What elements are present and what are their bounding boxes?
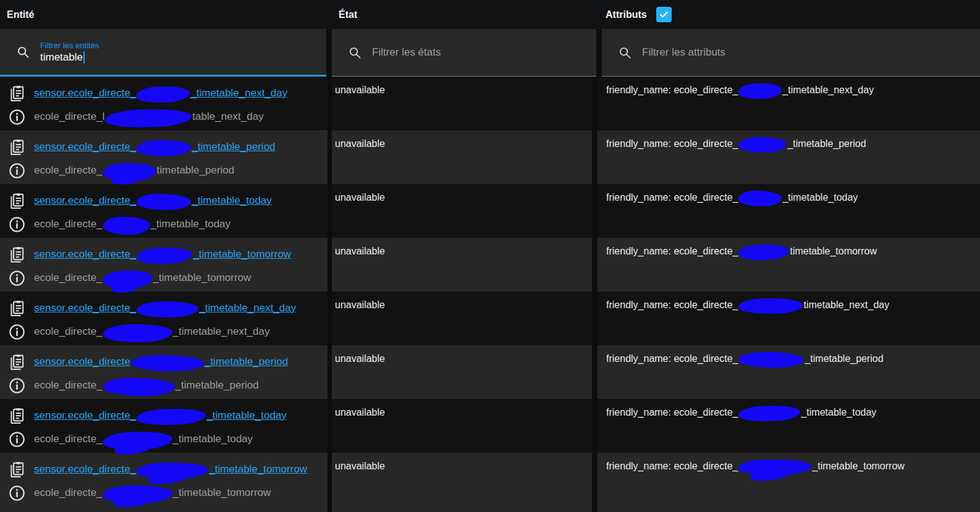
entity-cell: sensor.ecole_directe__timetable_period e… — [0, 130, 327, 184]
redaction-mark — [103, 216, 150, 235]
attribute-text: friendly_name: ecole_directe__timetable_… — [606, 353, 884, 364]
column-gap — [327, 130, 332, 184]
entity-link[interactable]: sensor.ecole_directe__timetable_today — [34, 195, 272, 207]
column-gap — [592, 292, 598, 345]
column-gap — [327, 399, 332, 453]
clipboard-copy-icon — [8, 138, 26, 156]
entity-info-button[interactable] — [8, 108, 26, 126]
copy-entity-id-button[interactable] — [8, 85, 26, 103]
attributes-cell: friendly_name: ecole_directe_timetable_n… — [598, 292, 980, 345]
copy-entity-id-button[interactable] — [8, 353, 26, 371]
redaction-mark — [103, 270, 153, 289]
redaction-mark — [738, 83, 782, 99]
redaction-mark — [137, 140, 191, 156]
copy-entity-id-button[interactable] — [8, 407, 26, 425]
attribute-text: friendly_name: ecole_directe__timetable_… — [606, 192, 858, 203]
redaction-mark — [103, 430, 172, 450]
filter-bar: Filtrer les entités timetable Filtrer le… — [0, 29, 980, 77]
attributes-cell: friendly_name: ecole_directe__timetable_… — [598, 345, 980, 399]
entity-link[interactable]: sensor.ecole_directe__timetable_next_day — [34, 302, 296, 314]
attribute-text: friendly_name: ecole_directe__timetable_… — [606, 85, 874, 95]
entity-link[interactable]: sensor.ecole_directe__timetable_next_day — [34, 87, 287, 99]
attribute-text: friendly_name: ecole_directe_timetable_n… — [606, 300, 889, 310]
redaction-mark — [738, 460, 811, 475]
clipboard-copy-icon — [8, 85, 26, 103]
copy-entity-id-button[interactable] — [8, 192, 26, 210]
copy-entity-id-button[interactable] — [8, 138, 26, 156]
state-cell: unavailable — [332, 453, 592, 512]
copy-entity-id-button[interactable] — [8, 461, 26, 479]
redaction-mark — [137, 408, 206, 426]
table-row: sensor.ecole_directe__timetable_next_day… — [0, 77, 980, 130]
column-gap — [592, 184, 598, 238]
state-cell: unavailable — [332, 184, 592, 238]
redaction-mark — [137, 193, 192, 211]
text-caret — [83, 51, 85, 64]
entity-link[interactable]: sensor.ecole_directe_timetable_period — [34, 356, 288, 368]
column-gap — [592, 453, 598, 512]
clipboard-copy-icon — [8, 461, 26, 479]
search-icon — [16, 45, 30, 59]
redaction-mark — [738, 405, 801, 422]
entity-link[interactable]: sensor.ecole_directe__timetable_tomorrow — [34, 248, 291, 261]
entity-cell: sensor.ecole_directe_timetable_period ec… — [0, 345, 327, 399]
search-icon — [348, 46, 362, 60]
entity-info-button[interactable] — [8, 323, 26, 341]
state-value: unavailable — [335, 353, 385, 364]
entity-id-text: ecole_directe__timetable_period — [34, 379, 259, 392]
attributes-filter-input[interactable]: Filtrer les attributs — [602, 29, 980, 77]
entity-link[interactable]: sensor.ecole_directe__timetable_period — [34, 141, 276, 153]
entity-id-text: ecole_directe_ltable_next_day — [34, 111, 264, 123]
state-value: unavailable — [335, 300, 385, 310]
column-gap — [592, 238, 598, 292]
state-value: unavailable — [335, 138, 385, 149]
column-title-state: État — [339, 9, 357, 20]
state-cell: unavailable — [332, 130, 592, 184]
entity-id-text: ecole_directe__timetable_tomorrow — [34, 487, 271, 499]
table-row: sensor.ecole_directe_timetable_period ec… — [0, 345, 980, 399]
entity-info-button[interactable] — [8, 430, 26, 448]
entity-filter-input[interactable]: Filtrer les entités timetable — [0, 29, 326, 77]
table-row: sensor.ecole_directe__timetable_today ec… — [0, 184, 980, 238]
entity-id-text: ecole_directe__timetable_tomorrow — [34, 272, 251, 284]
redaction-mark — [137, 86, 190, 103]
state-filter-placeholder: Filtrer les états — [372, 46, 441, 59]
search-icon — [618, 46, 632, 60]
entity-cell: sensor.ecole_directe__timetable_next_day… — [0, 77, 327, 130]
entity-id-text: ecole_directe_timetable_period — [34, 164, 234, 177]
attributes-cell: friendly_name: ecole_directe__timetable_… — [598, 453, 980, 512]
entity-table-body: sensor.ecole_directe__timetable_next_day… — [0, 77, 980, 512]
entity-id-text: ecole_directe__timetable_today — [34, 433, 253, 445]
state-value: unavailable — [335, 461, 385, 471]
entity-link[interactable]: sensor.ecole_directe__timetable_today — [34, 409, 287, 422]
entity-cell: sensor.ecole_directe__timetable_today ec… — [0, 399, 327, 453]
redaction-mark — [738, 298, 803, 314]
column-gap — [327, 238, 332, 292]
column-gap — [592, 130, 598, 184]
entity-info-button[interactable] — [8, 377, 26, 395]
attributes-checkbox[interactable] — [656, 7, 672, 22]
column-gap — [326, 29, 332, 77]
entity-info-button[interactable] — [8, 484, 26, 502]
entity-info-button[interactable] — [8, 269, 26, 287]
attributes-cell: friendly_name: ecole_directe__timetable_… — [598, 184, 980, 238]
entity-info-button[interactable] — [8, 162, 26, 180]
entity-link[interactable]: sensor.ecole_directe__timetable_tomorrow — [34, 463, 307, 476]
redaction-mark — [103, 163, 156, 181]
redaction-mark — [137, 301, 198, 317]
redaction-mark — [738, 137, 787, 153]
column-gap — [592, 399, 598, 453]
state-value: unavailable — [335, 407, 385, 418]
table-row: sensor.ecole_directe__timetable_period e… — [0, 130, 980, 184]
state-value: unavailable — [335, 246, 385, 256]
attributes-cell: friendly_name: ecole_directe_timetable_t… — [598, 238, 980, 292]
entity-info-button[interactable] — [8, 216, 26, 233]
clipboard-copy-icon — [8, 246, 26, 264]
column-gap — [327, 184, 332, 238]
table-header: Entité État Attributs — [0, 0, 980, 29]
copy-entity-id-button[interactable] — [8, 300, 26, 317]
copy-entity-id-button[interactable] — [8, 246, 26, 264]
state-filter-input[interactable]: Filtrer les états — [332, 29, 596, 77]
info-icon — [8, 484, 26, 502]
column-title-attributes: Attributs — [606, 9, 647, 20]
